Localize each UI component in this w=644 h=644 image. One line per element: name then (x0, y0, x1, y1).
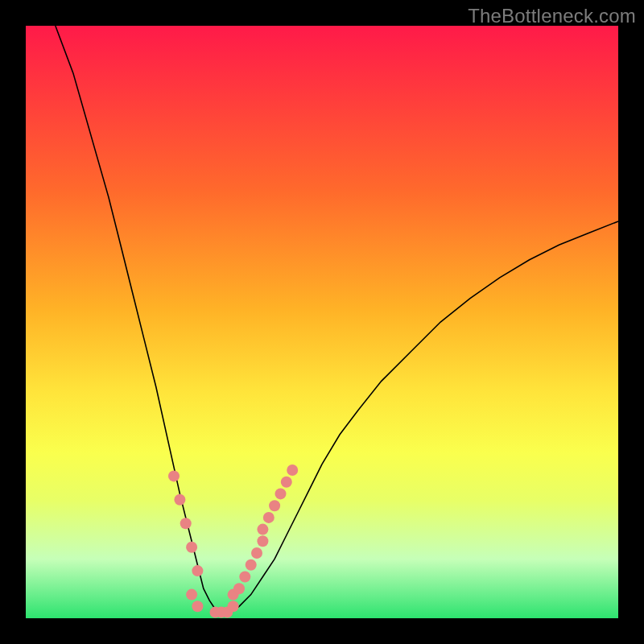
chart-svg (26, 26, 618, 618)
chart-frame: TheBottleneck.com (0, 0, 644, 644)
marker-dot (257, 524, 268, 535)
marker-dot (239, 572, 250, 583)
marker-dot (246, 559, 257, 571)
marker-dot (192, 565, 203, 576)
marker-dot (287, 464, 298, 476)
marker-dot (263, 512, 275, 523)
marker-dot (251, 547, 262, 559)
salmon-markers (168, 464, 298, 618)
marker-dot (269, 500, 280, 511)
marker-dot (228, 601, 239, 612)
bottleneck-curve (56, 26, 618, 613)
marker-dot (281, 477, 292, 488)
marker-dot (275, 488, 287, 499)
marker-dot (180, 518, 192, 529)
marker-dot (186, 542, 197, 553)
marker-dot (257, 535, 268, 547)
watermark-text: TheBottleneck.com (468, 5, 636, 27)
marker-dot (168, 470, 180, 481)
marker-dot (192, 601, 203, 612)
marker-dot (174, 494, 185, 506)
marker-dot (233, 583, 245, 594)
marker-dot (186, 589, 197, 601)
